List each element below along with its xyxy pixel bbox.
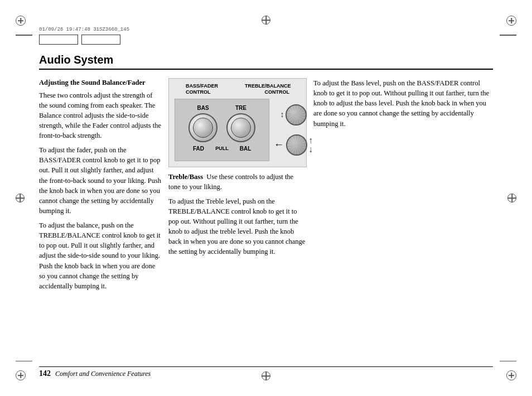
footer-text: Comfort and Convenience Features — [55, 370, 151, 378]
page-title-area: Audio System — [39, 54, 493, 70]
center-col-intro-para: Treble/Bass Use these controls to adjust… — [168, 172, 307, 192]
cross-mark-left — [16, 194, 25, 202]
knob-labels-bottom: FAD PULL BAL — [184, 146, 260, 152]
diagram-box: BASS/FADERCONTROL TREBLE/BALANCECONTROL … — [168, 78, 307, 167]
left-col-para2: To adjust the balance, push on the TREBL… — [39, 220, 162, 291]
col-center: BASS/FADERCONTROL TREBLE/BALANCECONTROL … — [168, 78, 307, 363]
corner-mark-tr — [506, 16, 516, 26]
knob-treble-inner — [231, 118, 251, 138]
left-col-para1: To adjust the fader, push on the BASS/FA… — [39, 145, 162, 216]
columns: Adjusting the Sound Balance/Fader These … — [39, 78, 493, 363]
side-knob-ridges-top — [287, 105, 306, 124]
page-title: Audio System — [39, 54, 493, 70]
header-box-2 — [81, 35, 120, 45]
curved-arrows: ↑ ↓ — [308, 136, 313, 154]
knob-labels-top: BAS TRE — [184, 105, 260, 111]
side-knob-top — [286, 104, 307, 125]
corner-mark-br — [506, 370, 516, 380]
corner-mark-tl — [16, 16, 26, 26]
content: Adjusting the Sound Balance/Fader These … — [39, 78, 493, 363]
header-boxes — [39, 35, 493, 45]
curved-arrow-down: ↓ — [308, 145, 313, 154]
section-heading: Adjusting the Sound Balance/Fader — [39, 78, 162, 88]
knob-treble-balance — [226, 113, 255, 142]
side-knob-top-wrap: ↕ — [280, 104, 307, 125]
center-term: Treble/Bass — [168, 173, 203, 181]
header-meta: 01/09/28 19:47:48 31SZ3660_145 — [39, 27, 493, 32]
knob-bass-fader — [188, 113, 217, 142]
knob-row — [184, 113, 260, 142]
footer: 142 Comfort and Convenience Features — [39, 366, 493, 378]
side-knob-bottom-wrap: ↑ ↓ — [286, 134, 313, 156]
col-left: Adjusting the Sound Balance/Fader These … — [39, 78, 162, 363]
curved-arrow-up: ↑ — [308, 136, 313, 145]
diagram-label-bass: BASS/FADERCONTROL — [186, 83, 230, 95]
page-number: 142 — [39, 369, 51, 378]
knob-top-label-bas: BAS — [188, 105, 217, 111]
header-box-1 — [39, 35, 78, 45]
arrow-left-icon: ← — [274, 139, 284, 151]
h-line-bottom-left — [16, 361, 32, 362]
header: 01/09/28 19:47:48 31SZ3660_145 — [39, 27, 493, 47]
h-line-bottom-right — [500, 361, 516, 362]
diagram-labels: BASS/FADERCONTROL TREBLE/BALANCECONTROL — [175, 83, 301, 95]
cross-mark-top — [262, 16, 270, 25]
side-knob-bottom — [286, 134, 307, 156]
diagram-controls: BAS TRE FAD — [175, 99, 301, 161]
knob-bottom-bal: BAL — [231, 146, 260, 152]
right-col-para1: To adjust the Bass level, push on the BA… — [313, 78, 493, 129]
h-line-top-right — [500, 35, 516, 36]
h-line-top-left — [16, 35, 32, 36]
left-col-text: These two controls adjust the strength o… — [39, 90, 162, 291]
left-col-intro: These two controls adjust the strength o… — [39, 90, 162, 141]
diagram-label-treble: TREBLE/BALANCECONTROL — [245, 83, 289, 95]
section-heading-text: Adjusting the Sound Balance/Fader — [39, 79, 146, 86]
corner-mark-bl — [16, 370, 26, 380]
side-knob-ridges-bottom — [287, 136, 306, 154]
side-knob-bottom-row: ← ↑ ↓ — [274, 134, 313, 156]
cross-mark-right — [507, 194, 516, 202]
col-right: To adjust the Bass level, push on the BA… — [313, 78, 493, 363]
col-center-text: Treble/Bass Use these controls to adjust… — [168, 172, 307, 257]
knob-bass-inner — [193, 118, 213, 138]
side-knobs: ↕ ← ↑ — [274, 104, 313, 156]
knob-bottom-fad: FAD — [184, 146, 213, 152]
knobs-area: BAS TRE FAD — [175, 99, 269, 161]
knob-pull-label: PULL — [213, 146, 231, 152]
center-col-para1: To adjust the Treble level, push on the … — [168, 196, 307, 257]
arrow-up-icon: ↕ — [280, 111, 284, 119]
knob-top-label-tre: TRE — [226, 105, 255, 111]
